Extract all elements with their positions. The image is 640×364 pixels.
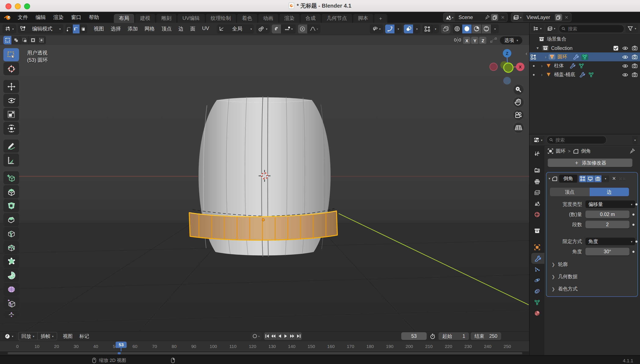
menubar-item[interactable]: 文件 [14, 14, 32, 21]
properties-editor-selector[interactable]: ▾ [532, 136, 545, 144]
mesh-edit-overlay-button[interactable] [422, 24, 432, 33]
mirror-axis-button[interactable]: Y [471, 37, 479, 44]
select-box-tool[interactable] [4, 48, 19, 61]
keying-menu[interactable]: 插帧▾ [38, 332, 57, 340]
viewport-3d[interactable]: Z X [0, 45, 529, 331]
measure-tool[interactable] [4, 154, 19, 166]
geometry-section[interactable]: ❯几何数据 [552, 274, 637, 280]
end-frame-field[interactable]: 结束250 [471, 332, 501, 340]
rotate-tool[interactable] [4, 94, 19, 107]
close-window-button[interactable] [6, 4, 12, 9]
decorator-dot[interactable] [632, 250, 634, 252]
mesh-data-icon[interactable] [579, 63, 584, 68]
xray-toggle[interactable] [441, 24, 450, 33]
hide-eye-icon[interactable] [622, 72, 628, 77]
zoom-window-button[interactable] [24, 4, 30, 9]
snap-toggle[interactable] [272, 24, 281, 33]
select-intersect-mode-button[interactable] [37, 36, 46, 44]
outliner-search-input[interactable] [567, 26, 621, 32]
properties-search[interactable] [546, 136, 606, 144]
proportional-edit-toggle[interactable] [298, 24, 308, 33]
viewport-menu-item[interactable]: 面 [187, 25, 199, 32]
disable-render-camera-icon[interactable] [632, 54, 637, 59]
affect-vertices-tab[interactable]: 顶点 [550, 188, 589, 196]
options-dropdown[interactable]: 选项▾ [500, 36, 522, 44]
tab-constraints[interactable] [530, 286, 544, 297]
tab-object-data[interactable] [530, 297, 544, 308]
jump-next-keyframe-button[interactable] [289, 332, 296, 340]
gizmo-minus-z-ball[interactable] [503, 77, 511, 84]
workspace-tab[interactable]: 渲染 [279, 14, 299, 23]
outliner-row-lid[interactable]: › 桶盖-桶底 [530, 70, 640, 79]
shading-dropdown[interactable]: ▾ [491, 24, 499, 33]
wireframe-shading-button[interactable] [453, 24, 462, 33]
disable-render-camera-icon[interactable] [632, 72, 637, 77]
viewport-menu-item[interactable]: 选择 [107, 25, 124, 32]
menubar-item[interactable]: 帮助 [85, 14, 103, 21]
properties-options-dropdown[interactable]: ▾ [632, 136, 638, 144]
outliner-row-cylinder[interactable]: › 柱体 [530, 61, 640, 70]
scale-tool[interactable] [4, 108, 19, 121]
viewport-menu-item[interactable]: 边 [175, 25, 187, 32]
workspace-tab[interactable]: 脚本 [353, 14, 373, 23]
face-select-mode-button[interactable] [80, 24, 87, 33]
cursor-tool[interactable] [4, 62, 19, 75]
minimize-window-button[interactable] [15, 4, 21, 9]
timeline-marker-menu[interactable]: 标记 [76, 333, 93, 339]
mesh-data-icon[interactable] [581, 54, 588, 60]
workspace-tab[interactable]: 建模 [135, 14, 155, 23]
tab-object[interactable] [530, 242, 544, 253]
camera-view-button[interactable] [513, 110, 524, 120]
select-subtract-mode-button[interactable] [20, 36, 29, 44]
decorator-dot[interactable] [632, 213, 634, 216]
mode-selector[interactable]: 编辑模式▾ [18, 24, 63, 33]
affect-edges-tab[interactable]: 边 [589, 188, 629, 196]
select-set-mode-button[interactable] [4, 36, 12, 44]
decorator-dot[interactable] [632, 224, 634, 226]
move-tool[interactable] [4, 80, 19, 93]
poly-build-tool[interactable] [4, 255, 19, 268]
new-scene-button[interactable] [491, 14, 498, 21]
play-reverse-button[interactable] [277, 332, 283, 340]
gizmo-minus-x-ball[interactable] [490, 63, 497, 70]
modifier-wrench-icon[interactable] [573, 54, 579, 60]
scene-selector[interactable]: ▾ Scene ✕ [443, 13, 508, 22]
overlays-dropdown[interactable]: ▾ [413, 24, 420, 33]
breadcrumb-modifier[interactable]: 倒角 [581, 148, 591, 154]
timeline-view-menu[interactable]: 视图 [60, 333, 76, 339]
new-viewlayer-button[interactable] [555, 14, 562, 21]
outliner-editor-selector[interactable]: ▾ [531, 24, 544, 32]
rendered-shading-button[interactable] [482, 24, 491, 33]
properties-search-input[interactable] [554, 137, 603, 143]
mirror-axis-button[interactable]: Z [479, 37, 487, 44]
mirror-icon[interactable] [454, 37, 462, 43]
extrude-region-tool[interactable] [4, 185, 19, 198]
outliner-filter[interactable]: ▾ [626, 24, 638, 32]
hide-eye-icon[interactable] [622, 55, 628, 59]
disable-render-camera-icon[interactable] [632, 46, 637, 50]
transform-orientation-selector[interactable]: 全局▾ [217, 24, 254, 33]
transform-tool[interactable] [4, 122, 19, 135]
bevel-tool[interactable] [4, 213, 19, 226]
loop-cut-tool[interactable] [4, 227, 19, 240]
play-button[interactable] [283, 332, 289, 340]
proportional-falloff-selector[interactable]: ▾ [308, 24, 320, 33]
gizmos-dropdown[interactable]: ▾ [395, 24, 402, 33]
inset-faces-tool[interactable] [4, 199, 19, 212]
menubar-item[interactable]: 编辑 [32, 14, 50, 21]
viewlayer-selector[interactable]: ▾ ViewLayer ✕ [511, 13, 571, 22]
jump-prev-keyframe-button[interactable] [270, 332, 277, 340]
workspace-tab[interactable]: 雕刻 [156, 14, 176, 23]
width-type-dropdown[interactable]: 偏移量▾ [585, 200, 635, 208]
viewlayer-name[interactable]: ViewLayer [523, 14, 554, 20]
disable-render-camera-icon[interactable] [632, 64, 637, 68]
shading-section[interactable]: ❯着色方式 [552, 286, 637, 292]
outliner-display-mode[interactable]: ▾ [545, 24, 557, 32]
remove-viewlayer-button[interactable]: ✕ [563, 14, 570, 20]
sidebar-collapse-arrow[interactable]: ‹ [526, 50, 527, 57]
start-frame-field[interactable]: 起始1 [439, 332, 469, 340]
tab-tool[interactable] [530, 148, 544, 160]
amount-field[interactable]: 0.02 m [585, 210, 629, 218]
perspective-view-button[interactable] [513, 122, 524, 133]
annotate-tool[interactable] [4, 140, 19, 152]
